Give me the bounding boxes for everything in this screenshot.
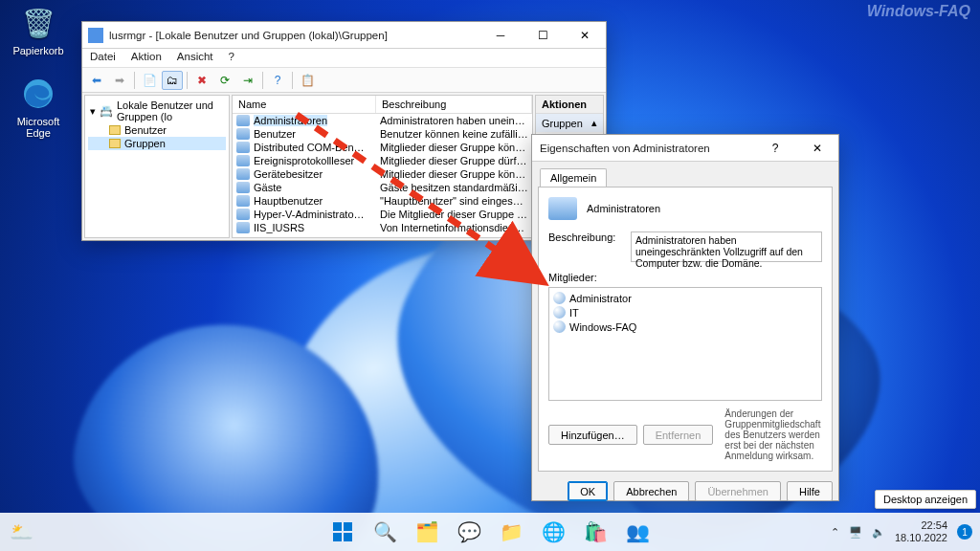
desktop-icon-edge[interactable]: Microsoft Edge	[4, 75, 73, 139]
apply-button[interactable]: Übernehmen	[695, 481, 781, 501]
lusrmgr-taskbar-button[interactable]: 👥	[619, 516, 656, 548]
row-desc: Mitglieder dieser Gruppe können …	[376, 141, 532, 154]
titlebar[interactable]: Eigenschaften von Administratoren ? ✕	[532, 135, 838, 162]
row-name: Gäste	[254, 182, 281, 193]
search-button[interactable]: 🔍	[367, 516, 403, 548]
help-button[interactable]: Hilfe	[787, 481, 833, 501]
clock-time: 22:54	[895, 519, 947, 532]
description-field[interactable]: Administratoren haben uneingeschränkten …	[631, 231, 822, 262]
tree-users[interactable]: Benutzer	[88, 123, 226, 137]
row-desc: Die Mitglieder dieser Gruppe erhal…	[376, 208, 532, 221]
members-list[interactable]: AdministratorITWindows-FAQ	[548, 287, 822, 401]
export-button[interactable]: ⇥	[237, 71, 258, 90]
row-desc: Mitglieder dieser Gruppe können …	[376, 167, 532, 181]
tree-groups[interactable]: Gruppen	[88, 137, 226, 150]
list-row[interactable]: Hauptbenutzer"Hauptbenutzer" sind einges…	[233, 194, 532, 208]
menu-action[interactable]: Aktion	[123, 49, 169, 67]
properties-button[interactable]: 🗂	[162, 71, 183, 90]
group-icon	[236, 195, 250, 207]
show-desktop-tooltip: Desktop anzeigen	[875, 490, 976, 509]
row-name: Administratoren	[254, 115, 327, 126]
user-icon	[553, 292, 566, 304]
group-icon	[548, 197, 577, 220]
list-row[interactable]: EreignisprotokollleserMitglieder dieser …	[233, 154, 532, 167]
start-button[interactable]	[324, 516, 361, 548]
tree-label: Lokale Benutzer und Gruppen (lo	[117, 99, 224, 122]
chevron-up-icon: ▴	[591, 117, 597, 129]
actions-groups[interactable]: Gruppen▴	[536, 114, 603, 133]
member-item[interactable]: Windows-FAQ	[552, 320, 818, 334]
notification-badge[interactable]: 1	[957, 524, 972, 540]
system-tray[interactable]: ⌃ 🖥️ 🔈 22:54 18.10.2022 1	[831, 519, 972, 543]
list-row[interactable]: BenutzerBenutzer können keine zufälligen…	[233, 127, 532, 141]
list-row[interactable]: IIS_IUSRSVon Internetinformationsdienste…	[233, 221, 532, 234]
task-view-button[interactable]: 🗂️	[409, 516, 445, 548]
row-desc: Von Internetinformationsdiensten…	[376, 221, 532, 234]
actions-header: Aktionen	[536, 96, 603, 114]
list-header[interactable]: Name Beschreibung	[233, 96, 532, 114]
description-label: Beschreibung:	[548, 231, 623, 262]
cancel-button[interactable]: Abbrechen	[613, 481, 689, 501]
row-name: Gerätebesitzer	[254, 168, 323, 180]
col-desc[interactable]: Beschreibung	[376, 96, 532, 113]
menu-file[interactable]: Datei	[82, 49, 123, 67]
close-button[interactable]: ✕	[564, 22, 606, 49]
edge-button[interactable]: 🌐	[535, 516, 571, 548]
delete-button[interactable]: ✖	[191, 71, 212, 90]
tree-label: Benutzer	[124, 124, 167, 136]
group-icon	[236, 168, 250, 180]
row-desc: Administratoren haben uneingesc…	[376, 114, 532, 127]
tree-pane[interactable]: ▾ 📇 Lokale Benutzer und Gruppen (lo Benu…	[84, 95, 230, 238]
row-desc: Mitglieder dieser Gruppe dürfen E…	[376, 154, 532, 167]
list-row[interactable]: Distributed COM-Ben…Mitglieder dieser Gr…	[233, 141, 532, 154]
help-button[interactable]: ?	[754, 135, 796, 162]
add-button[interactable]: Hinzufügen…	[548, 425, 637, 445]
row-name: IIS_IUSRS	[254, 222, 304, 233]
maximize-button[interactable]: ☐	[522, 22, 564, 49]
membership-note: Änderungen der Gruppenmitgliedschaft des…	[719, 408, 822, 461]
network-icon[interactable]: 🖥️	[849, 526, 862, 539]
member-name: Administrator	[569, 293, 632, 304]
titlebar[interactable]: lusrmgr - [Lokale Benutzer und Gruppen (…	[82, 22, 606, 49]
close-button[interactable]: ✕	[796, 135, 838, 162]
members-label: Mitglieder:	[548, 272, 822, 283]
member-name: IT	[569, 307, 579, 319]
remove-button[interactable]: Entfernen	[643, 425, 714, 445]
weather-widget[interactable]: 🌥️	[10, 520, 33, 543]
desktop-icon-recycle-bin[interactable]: 🗑️ Papierkorb	[4, 4, 73, 56]
tab-general[interactable]: Allgemein	[540, 168, 607, 187]
desktop-icon-label: Papierkorb	[4, 45, 73, 56]
help-button[interactable]: ?	[267, 71, 288, 90]
refresh-button[interactable]: ⟳	[214, 71, 235, 90]
list-row[interactable]: GästeGäste besitzen standardmäßig die…	[233, 181, 532, 194]
dialog-title: Eigenschaften von Administratoren	[532, 143, 754, 154]
list-pane[interactable]: Name Beschreibung AdministratorenAdminis…	[232, 95, 533, 238]
list-row[interactable]: Hyper-V-Administrato…Die Mitglieder dies…	[233, 208, 532, 221]
store-button[interactable]: 🛍️	[577, 516, 613, 548]
desktop-icon-label: Microsoft Edge	[4, 116, 73, 139]
explorer-button[interactable]: 📁	[493, 516, 529, 548]
group-icon	[236, 128, 250, 140]
chevron-up-icon[interactable]: ⌃	[831, 526, 839, 539]
member-item[interactable]: IT	[552, 305, 818, 320]
back-button[interactable]: ⬅	[86, 71, 107, 90]
forward-button[interactable]: ➡	[109, 71, 130, 90]
user-icon	[553, 320, 566, 333]
tree-root[interactable]: ▾ 📇 Lokale Benutzer und Gruppen (lo	[88, 99, 226, 123]
col-name[interactable]: Name	[233, 96, 376, 113]
row-name: Hyper-V-Administrato…	[254, 209, 365, 220]
minimize-button[interactable]: ─	[479, 22, 522, 49]
view-button[interactable]: 📋	[297, 71, 318, 90]
clock[interactable]: 22:54 18.10.2022	[895, 519, 947, 543]
toolbar: ⬅ ➡ 📄 🗂 ✖ ⟳ ⇥ ? 📋	[82, 68, 606, 93]
group-icon	[236, 182, 250, 193]
ok-button[interactable]: OK	[568, 481, 608, 501]
new-button[interactable]: 📄	[139, 71, 160, 90]
list-row[interactable]: GerätebesitzerMitglieder dieser Gruppe k…	[233, 167, 532, 181]
menu-view[interactable]: Ansicht	[169, 49, 221, 67]
member-item[interactable]: Administrator	[552, 291, 818, 305]
volume-icon[interactable]: 🔈	[872, 526, 885, 539]
menu-help[interactable]: ?	[221, 49, 242, 67]
chat-button[interactable]: 💬	[451, 516, 487, 548]
list-row[interactable]: AdministratorenAdministratoren haben une…	[233, 114, 532, 127]
